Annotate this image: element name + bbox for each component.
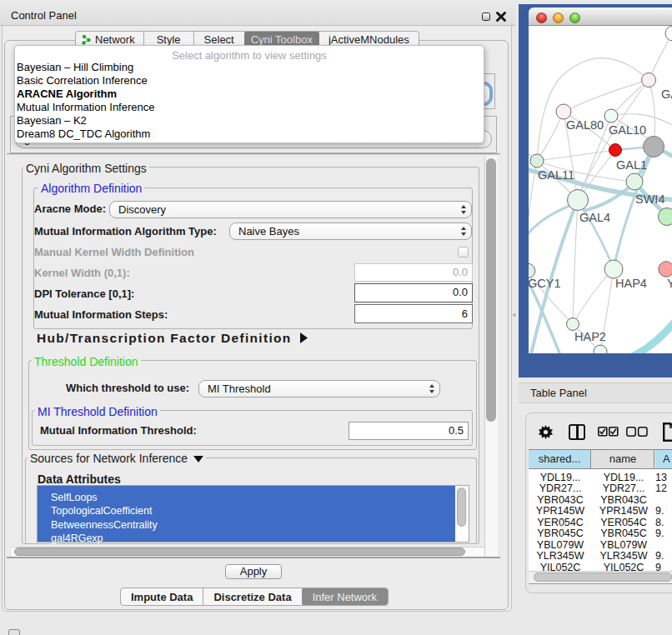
svg-text:HAP2: HAP2 — [574, 330, 606, 343]
svg-text:GAL11: GAL11 — [538, 168, 574, 182]
svg-text:GAL4: GAL4 — [579, 211, 610, 224]
svg-text:HAP4: HAP4 — [615, 277, 647, 290]
svg-text:SWI4: SWI4 — [635, 192, 664, 206]
svg-text:Y: Y — [667, 277, 672, 290]
svg-text:GAL80: GAL80 — [566, 118, 604, 132]
svg-text:GCY1: GCY1 — [529, 277, 561, 290]
svg-text:GAL1: GAL1 — [616, 158, 647, 172]
svg-text:GAL: GAL — [661, 88, 672, 101]
svg-text:GAL10: GAL10 — [609, 123, 646, 137]
